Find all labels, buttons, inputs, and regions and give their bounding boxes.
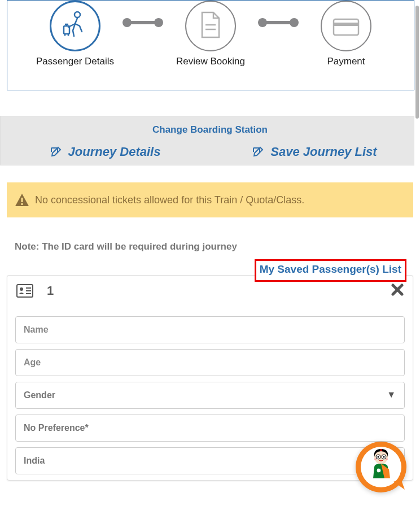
scrollbar-track (414, 0, 420, 506)
step-label-payment: Payment (327, 56, 365, 67)
step-connector-2 (261, 21, 295, 24)
svg-point-26 (374, 459, 377, 460)
warning-text: No concessional tickets allowed for this… (35, 194, 304, 206)
scrollbar-thumb[interactable] (415, 6, 419, 119)
step-label-review: Review Booking (176, 56, 245, 67)
passenger-header: 1 (15, 283, 405, 316)
id-card-note: Note: The ID card will be required durin… (15, 241, 413, 252)
svg-point-24 (378, 456, 379, 458)
remove-passenger-button[interactable] (391, 283, 404, 298)
preference-select[interactable]: No Preference* (15, 415, 405, 442)
traveler-icon (58, 9, 92, 43)
svg-point-25 (383, 456, 385, 458)
step-circle-passenger (50, 1, 100, 51)
warning-triangle-icon (15, 193, 29, 207)
id-card-icon (16, 284, 33, 298)
warning-banner: No concessional tickets allowed for this… (7, 182, 413, 217)
saved-passengers-link[interactable]: My Saved Passenger(s) List (255, 259, 406, 282)
document-icon (196, 9, 225, 43)
edit-icon (252, 146, 264, 158)
svg-point-0 (75, 12, 80, 18)
age-input[interactable] (15, 349, 405, 376)
passenger-number: 1 (47, 283, 54, 298)
svg-rect-12 (21, 198, 23, 202)
journey-details-text: Journey Details (68, 145, 161, 159)
journey-links-row: Journey Details Save Journey List (1, 141, 419, 165)
stepper-card: Passenger Details Review Booking (7, 0, 414, 90)
step-circle-review (185, 1, 236, 51)
svg-rect-13 (21, 203, 23, 205)
step-connector-1 (126, 21, 160, 24)
name-input[interactable] (15, 316, 405, 343)
card-icon (330, 15, 362, 37)
svg-point-4 (64, 34, 66, 36)
journey-details-link[interactable]: Journey Details (1, 145, 210, 159)
change-boarding-link[interactable]: Change Boarding Station (1, 121, 419, 141)
journey-action-bar: Change Boarding Station Journey Details … (0, 116, 420, 165)
save-journey-link[interactable]: Save Journey List (210, 145, 419, 159)
svg-point-15 (20, 287, 23, 291)
gender-select[interactable]: Gender (15, 382, 405, 409)
step-payment[interactable]: Payment (307, 1, 386, 67)
svg-point-5 (68, 34, 69, 36)
passenger-card: 1 Gender ▼ No Preference* India (7, 275, 413, 481)
save-journey-text: Save Journey List (270, 145, 377, 159)
svg-point-27 (386, 459, 388, 460)
edit-icon (50, 146, 62, 158)
step-review-booking[interactable]: Review Booking (171, 1, 250, 67)
step-passenger-details[interactable]: Passenger Details (36, 1, 115, 67)
close-icon (391, 283, 404, 296)
svg-point-29 (377, 468, 381, 473)
step-label-passenger: Passenger Details (36, 56, 114, 67)
nationality-select[interactable]: India (15, 447, 405, 474)
gender-select-wrapper: Gender ▼ (15, 382, 405, 409)
step-circle-payment (321, 1, 371, 51)
svg-rect-9 (334, 23, 358, 26)
booking-stepper: Passenger Details Review Booking (7, 1, 414, 67)
chat-assistant-button[interactable] (356, 442, 406, 492)
svg-rect-8 (334, 19, 358, 35)
chat-bubble-tail (393, 479, 405, 492)
svg-point-28 (380, 449, 382, 451)
